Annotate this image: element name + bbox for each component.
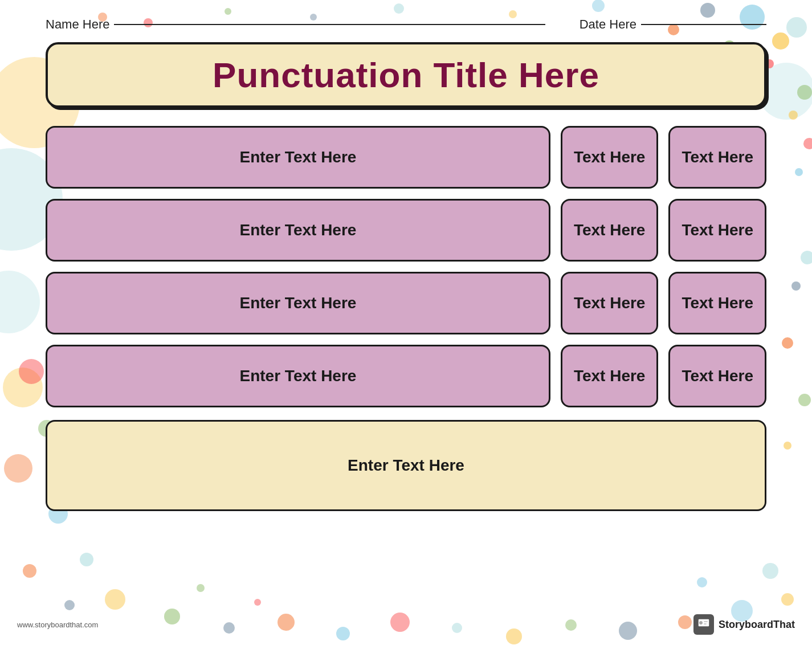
svg-point-42 xyxy=(254,599,261,606)
date-underline xyxy=(641,24,766,25)
svg-point-41 xyxy=(197,584,205,592)
row-2-narrow-cell-2[interactable]: Text Here xyxy=(668,199,766,262)
row-4-narrow-text-1: Text Here xyxy=(574,367,646,385)
row-2-wide-text: Enter Text Here xyxy=(240,221,357,239)
row-4-wide-cell[interactable]: Enter Text Here xyxy=(46,345,550,407)
row-2-narrow-cell-1[interactable]: Text Here xyxy=(561,199,659,262)
row-4-narrow-text-2: Text Here xyxy=(682,367,753,385)
row-1-narrow-cell-2[interactable]: Text Here xyxy=(668,126,766,189)
title-box: Punctuation Title Here xyxy=(46,42,766,108)
row-1-narrow-text-1: Text Here xyxy=(574,148,646,166)
bottom-text-box[interactable]: Enter Text Here xyxy=(46,420,766,511)
content-grid: Enter Text Here Text Here Text Here Ente… xyxy=(46,126,766,407)
page-content: Name Here Date Here Punctuation Title He… xyxy=(0,0,812,528)
footer-logo-text: StoryboardThat xyxy=(719,619,795,631)
row-3-wide-cell[interactable]: Enter Text Here xyxy=(46,272,550,334)
page-title: Punctuation Title Here xyxy=(213,55,599,95)
row-4-narrow-cell-1[interactable]: Text Here xyxy=(561,345,659,407)
storyboardthat-icon xyxy=(693,614,714,635)
svg-rect-57 xyxy=(704,623,707,624)
svg-point-44 xyxy=(781,593,794,606)
name-label: Name Here xyxy=(46,17,109,32)
row-2-wide-cell[interactable]: Enter Text Here xyxy=(46,199,550,262)
row-1-narrow-text-2: Text Here xyxy=(682,148,753,166)
bottom-text: Enter Text Here xyxy=(348,456,464,475)
svg-point-45 xyxy=(697,577,707,587)
svg-point-39 xyxy=(23,564,36,578)
svg-point-26 xyxy=(80,553,93,566)
row-2-narrow-text-1: Text Here xyxy=(574,221,646,239)
row-1-wide-cell[interactable]: Enter Text Here xyxy=(46,126,550,189)
footer-logo: StoryboardThat xyxy=(693,614,795,635)
svg-point-40 xyxy=(64,600,75,610)
row-3-narrow-cell-1[interactable]: Text Here xyxy=(561,272,659,334)
header-row: Name Here Date Here xyxy=(46,17,766,32)
row-4-narrow-cell-2[interactable]: Text Here xyxy=(668,345,766,407)
row-2-narrow-text-2: Text Here xyxy=(682,221,753,239)
svg-point-27 xyxy=(105,589,125,610)
row-1-narrow-cell-1[interactable]: Text Here xyxy=(561,126,659,189)
row-1-wide-text: Enter Text Here xyxy=(240,148,357,166)
row-3-narrow-cell-2[interactable]: Text Here xyxy=(668,272,766,334)
row-3-narrow-text-2: Text Here xyxy=(682,294,753,312)
date-label: Date Here xyxy=(580,17,636,32)
svg-point-55 xyxy=(699,621,703,624)
row-3-wide-text: Enter Text Here xyxy=(240,294,357,312)
name-underline xyxy=(114,24,545,25)
footer: www.storyboardthat.com StoryboardThat xyxy=(0,614,812,635)
row-4-wide-text: Enter Text Here xyxy=(240,367,357,385)
svg-rect-56 xyxy=(704,621,708,622)
svg-point-43 xyxy=(762,563,778,579)
footer-url: www.storyboardthat.com xyxy=(17,620,98,629)
row-3-narrow-text-1: Text Here xyxy=(574,294,646,312)
